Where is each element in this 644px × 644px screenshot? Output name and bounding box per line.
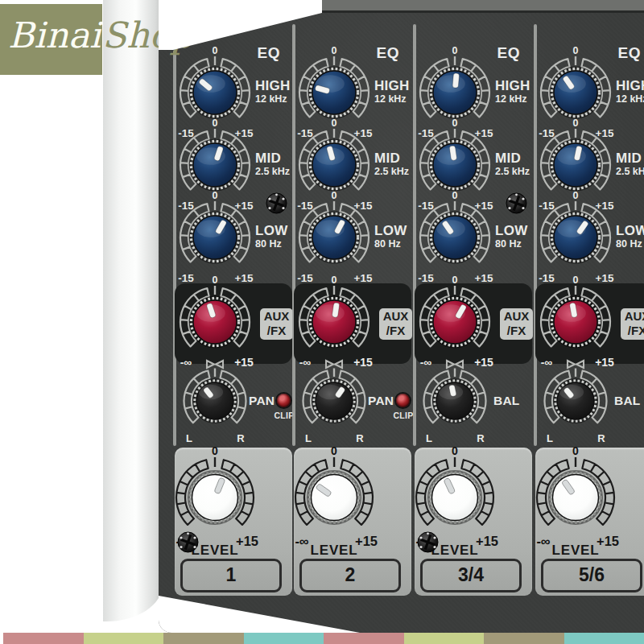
- watermark-part1: Binai: [0, 4, 102, 75]
- scale-zero-label: 0: [332, 45, 337, 56]
- border-stripe-4: [163, 633, 244, 644]
- mid-band-label: MID: [616, 151, 644, 166]
- pan-knob-ch1[interactable]: LR: [173, 359, 257, 443]
- low-band-label: LOW: [255, 223, 288, 238]
- scale-zero-label: 0: [573, 118, 579, 129]
- high-label: HIGH12 kHz: [616, 78, 644, 105]
- aux-fx-knob-ch4[interactable]: 0-∞+15: [528, 275, 623, 369]
- scale-zero-label: 0: [213, 118, 218, 129]
- high-band-label: HIGH: [374, 78, 410, 93]
- low-freq-label: 80 Hz: [616, 238, 644, 250]
- border-stripe-5: [244, 633, 324, 644]
- low-freq-label: 80 Hz: [495, 238, 528, 250]
- mid-freq-label: 2.5 kHz: [616, 166, 644, 177]
- channel-number-box: 1: [180, 559, 282, 592]
- scale-min-label: L: [426, 432, 432, 444]
- aux-fx-knob-ch3[interactable]: 0-∞+15: [407, 275, 502, 369]
- low-label: LOW80 Hz: [616, 223, 644, 250]
- level-label: LEVEL: [527, 543, 624, 559]
- low-knob-ch4[interactable]: 0-15+15: [528, 190, 623, 285]
- scale-max-label: R: [237, 432, 245, 444]
- high-band-label: HIGH: [255, 78, 291, 93]
- scale-zero-label: 0: [572, 444, 579, 457]
- screw-icon: [506, 192, 527, 214]
- pan-label: BAL: [614, 394, 640, 408]
- border-stripe-8: [484, 633, 564, 644]
- border-stripe-7: [404, 633, 485, 644]
- low-label: LOW80 Hz: [374, 223, 407, 250]
- scale-zero-label: 0: [332, 118, 337, 129]
- level-section: 0-∞+15LEVEL2: [294, 448, 411, 596]
- aux-fx-knob-ch1[interactable]: 0-∞+15: [167, 275, 262, 369]
- level-knob-ch2[interactable]: 0-∞+15: [282, 445, 386, 550]
- scale-zero-label: 0: [452, 444, 458, 457]
- border-stripe-9: [564, 633, 644, 644]
- pan-knob-ch2[interactable]: LR: [292, 359, 376, 443]
- aux-section: 0-∞+15AUX/FX: [175, 283, 292, 364]
- aux-section: 0-∞+15AUX/FX: [535, 283, 644, 364]
- scale-zero-label: 0: [573, 45, 579, 56]
- mid-label: MID2.5 kHz: [374, 151, 409, 177]
- scale-zero-label: 0: [452, 275, 458, 286]
- pan-label: PAN: [249, 394, 275, 408]
- low-band-label: LOW: [495, 223, 528, 238]
- level-section: 0-∞+15LEVEL1: [175, 448, 292, 596]
- scale-zero-label: 0: [452, 190, 458, 201]
- low-freq-label: 80 Hz: [255, 238, 288, 250]
- pan-label: PAN: [368, 394, 394, 408]
- aux-fx-badge: AUX/FX: [621, 308, 644, 340]
- high-label: HIGH12 kHz: [255, 78, 291, 105]
- level-section: 0-∞+15LEVEL5/6: [535, 448, 644, 596]
- level-section: 0-∞+15LEVEL3/4: [415, 448, 532, 596]
- aux-fx-knob-ch2[interactable]: 0-∞+15: [287, 275, 382, 369]
- scale-zero-label: 0: [573, 190, 579, 201]
- channel-strip-5/6: EQ0-15+15HIGH12 kHz0-15+15MID2.5 kHz0-15…: [534, 0, 644, 633]
- pan-knob-ch3[interactable]: LR: [413, 359, 497, 443]
- low-label: LOW80 Hz: [255, 223, 288, 250]
- clip-led: [396, 394, 410, 407]
- channel-strip-3/4: EQ0-15+15HIGH12 kHz0-15+15MID2.5 kHz0-15…: [413, 0, 534, 633]
- pan-label: BAL: [493, 394, 519, 408]
- screw-icon: [266, 192, 287, 214]
- scale-zero-label: 0: [213, 275, 218, 286]
- mid-band-label: MID: [255, 151, 290, 166]
- level-knob-ch4[interactable]: 0-∞+15: [523, 445, 628, 550]
- channel-number-box: 2: [299, 559, 401, 592]
- pan-knob-ch4[interactable]: LR: [534, 359, 617, 443]
- border-stripe-2: [3, 633, 84, 644]
- low-knob-ch2[interactable]: 0-15+15: [287, 190, 382, 285]
- high-label: HIGH12 kHz: [495, 78, 530, 105]
- screw-icon: [177, 531, 199, 553]
- scale-zero-label: 0: [213, 190, 218, 201]
- low-label: LOW80 Hz: [495, 223, 528, 250]
- high-band-label: HIGH: [495, 78, 530, 93]
- scale-max-label: R: [477, 432, 485, 444]
- high-freq-label: 12 kHz: [616, 93, 644, 105]
- clip-led: [277, 394, 291, 407]
- scale-zero-label: 0: [332, 190, 337, 201]
- scale-zero-label: 0: [332, 275, 337, 286]
- scale-min-label: L: [305, 432, 312, 444]
- scale-zero-label: 0: [212, 444, 218, 457]
- low-knob-ch3[interactable]: 0-15+15: [407, 190, 502, 285]
- mixer-panel: EQ0-15+15HIGH12 kHz0-15+15MID2.5 kHz0-15…: [159, 0, 644, 633]
- mid-freq-label: 2.5 kHz: [255, 166, 290, 177]
- level-label: LEVEL: [286, 543, 382, 559]
- low-knob-ch1[interactable]: 0-15+15: [167, 190, 262, 285]
- border-stripe-3: [84, 633, 164, 644]
- channel-number-box: 3/4: [420, 559, 522, 592]
- aux-section: 0-∞+15AUX/FX: [294, 283, 411, 364]
- low-band-label: LOW: [374, 223, 407, 238]
- scale-max-label: R: [356, 432, 364, 444]
- aux-badge-line2: /FX: [621, 324, 644, 338]
- high-freq-label: 12 kHz: [495, 93, 530, 105]
- border-stripes: [0, 633, 644, 644]
- mixer-side-edge: [103, 0, 163, 621]
- mid-freq-label: 2.5 kHz: [495, 166, 530, 177]
- mid-label: MID2.5 kHz: [616, 151, 644, 177]
- mixer-product-photo: BinaiShop EQ0-15+15HIGH12 kHz0-15+15MID2…: [0, 0, 644, 644]
- aux-section: 0-∞+15AUX/FX: [415, 283, 532, 364]
- low-freq-label: 80 Hz: [374, 238, 407, 250]
- mid-band-label: MID: [495, 151, 530, 166]
- mid-band-label: MID: [374, 151, 409, 166]
